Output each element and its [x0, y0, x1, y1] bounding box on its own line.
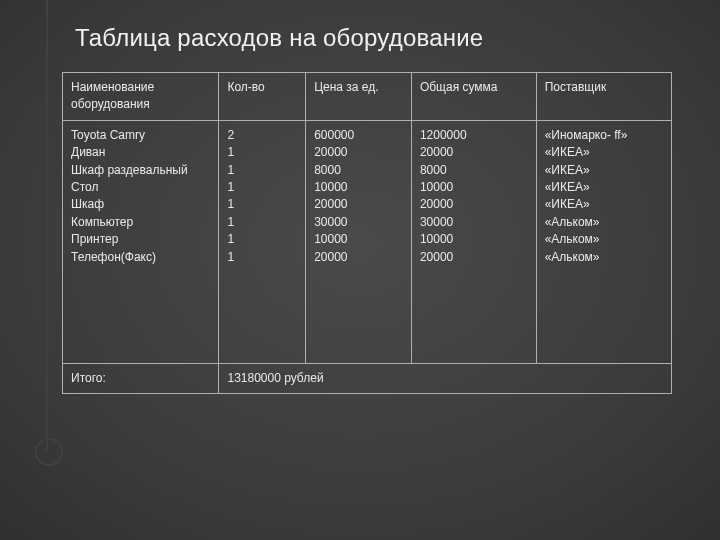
expenses-table: Наименование оборудования Кол-во Цена за… — [62, 72, 672, 394]
decorative-line — [46, 0, 48, 450]
slide: Таблица расходов на оборудование Наимено… — [0, 0, 720, 540]
header-supplier: Поставщик — [536, 73, 671, 121]
slide-title: Таблица расходов на оборудование — [75, 24, 483, 52]
header-qty: Кол-во — [219, 73, 306, 121]
footer-label: Итого: — [63, 363, 219, 393]
footer-total: 13180000 рублей — [219, 363, 672, 393]
table-footer-row: Итого: 13180000 рублей — [63, 363, 672, 393]
cell-qtys: 21111111 — [219, 120, 306, 363]
header-name: Наименование оборудования — [63, 73, 219, 121]
cell-suppliers: «Иномарко- ff»«ИКЕА»«ИКЕА»«ИКЕА»«ИКЕА»«А… — [536, 120, 671, 363]
cell-sums: 1200000200008000100002000030000100002000… — [411, 120, 536, 363]
table-data-row: Toyota CamryДиванШкаф раздевальныйСтолШк… — [63, 120, 672, 363]
header-sum: Общая сумма — [411, 73, 536, 121]
table-header-row: Наименование оборудования Кол-во Цена за… — [63, 73, 672, 121]
header-price: Цена за ед. — [306, 73, 412, 121]
cell-prices: 6000002000080001000020000300001000020000 — [306, 120, 412, 363]
decorative-circle — [35, 438, 63, 466]
cell-names: Toyota CamryДиванШкаф раздевальныйСтолШк… — [63, 120, 219, 363]
